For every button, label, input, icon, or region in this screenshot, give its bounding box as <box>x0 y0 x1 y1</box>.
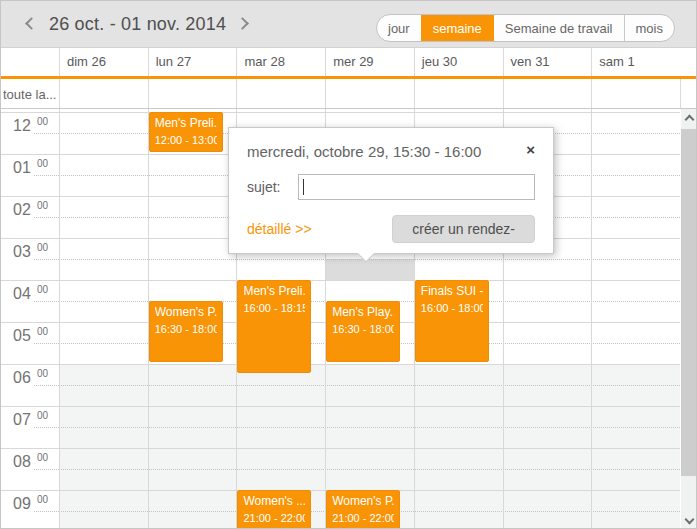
half-hour-line-gutter <box>34 259 59 260</box>
hour-minutes-label: 00 <box>37 284 48 295</box>
event-time: 16:00 - 18:00 <box>421 301 483 315</box>
hour-line <box>1 364 680 365</box>
half-hour-line-gutter <box>34 175 59 176</box>
vertical-scrollbar[interactable] <box>681 109 697 529</box>
hour-line <box>1 280 680 281</box>
close-icon[interactable]: × <box>526 143 535 157</box>
all-day-cell[interactable] <box>325 79 414 108</box>
hour-label: 05 <box>13 327 31 345</box>
hour-label: 08 <box>13 453 31 471</box>
event-title: Men's Preli... <box>243 284 305 299</box>
hour-line <box>1 448 680 449</box>
create-appointment-popup: mercredi, octobre 29, 15:30 - 16:00 × su… <box>228 127 554 254</box>
hour-minutes-label: 00 <box>37 326 48 337</box>
all-day-label: toute la... <box>3 87 56 102</box>
scrollbar-thumb[interactable] <box>681 129 697 476</box>
event[interactable]: Men's Play...16:30 - 18:00 <box>326 301 400 362</box>
view-month-button[interactable]: mois <box>624 15 674 41</box>
event-time: 16:00 - 18:15 <box>243 301 305 315</box>
hour-line <box>1 406 680 407</box>
event-time: 16:30 - 18:00 <box>332 322 394 336</box>
event-title: Women's P... <box>155 305 217 320</box>
scroll-up-button[interactable] <box>681 109 697 126</box>
event-title: Women's ... <box>243 494 305 509</box>
hour-minutes-label: 00 <box>37 410 48 421</box>
all-day-cell[interactable] <box>59 79 148 108</box>
hour-label: 03 <box>13 243 31 261</box>
all-day-row[interactable]: toute la... <box>1 79 696 109</box>
scroll-down-button[interactable] <box>681 513 697 529</box>
half-hour-line-gutter <box>34 469 59 470</box>
event[interactable]: Men's Preli...16:00 - 18:15 <box>237 280 311 373</box>
hour-minutes-label: 00 <box>37 368 48 379</box>
hour-line <box>1 112 680 113</box>
event-title: Finals SUI -... <box>421 284 483 299</box>
selected-time-slot[interactable] <box>326 259 414 280</box>
date-range-title: 26 oct. - 01 nov. 2014 <box>49 14 226 35</box>
day-header-cell[interactable]: mar 28 <box>236 48 325 76</box>
event-title: Men's Play... <box>332 305 394 320</box>
view-week-button[interactable]: semaine <box>421 15 493 41</box>
event-title: Women's P... <box>332 494 394 509</box>
chevron-right-icon <box>236 17 249 30</box>
view-switcher: jour semaine Semaine de travail mois <box>376 14 675 42</box>
chevron-down-icon <box>685 515 695 525</box>
create-appointment-button[interactable]: créer un rendez- <box>392 215 535 243</box>
popup-title: mercredi, octobre 29, 15:30 - 16:00 <box>247 143 481 160</box>
scheduler-toolbar: 26 oct. - 01 nov. 2014 jour semaine Sema… <box>1 1 696 48</box>
all-day-cell[interactable] <box>414 79 503 108</box>
prev-week-button[interactable] <box>21 15 39 33</box>
event[interactable]: Finals SUI -...16:00 - 18:00 <box>415 280 489 362</box>
view-day-button[interactable]: jour <box>377 15 421 41</box>
day-header-cell[interactable]: lun 27 <box>148 48 237 76</box>
half-hour-line <box>59 259 680 260</box>
subject-input[interactable] <box>298 174 535 200</box>
hour-minutes-label: 00 <box>37 116 48 127</box>
hour-label: 07 <box>13 411 31 429</box>
event-time: 16:30 - 18:00 <box>155 322 217 336</box>
column-line <box>59 109 60 529</box>
hour-label: 01 <box>13 159 31 177</box>
column-line <box>591 109 592 529</box>
event-time: 21:00 - 22:00 <box>332 511 394 525</box>
event[interactable]: Women's P...16:30 - 18:00 <box>149 301 223 362</box>
hour-minutes-label: 00 <box>37 200 48 211</box>
hour-label: 02 <box>13 201 31 219</box>
half-hour-line-gutter <box>34 133 59 134</box>
event-title: Men's Preli... <box>155 116 217 131</box>
subject-input-wrap <box>298 174 535 200</box>
hour-label: 09 <box>13 495 31 513</box>
hour-minutes-label: 00 <box>37 452 48 463</box>
event[interactable]: Women's P...21:00 - 22:00 <box>326 490 400 529</box>
day-header-cell[interactable]: mer 29 <box>325 48 414 76</box>
detail-link[interactable]: détaillé >> <box>247 221 312 237</box>
event-time: 12:00 - 13:00 <box>155 133 217 147</box>
day-header-cell[interactable]: jeu 30 <box>414 48 503 76</box>
event[interactable]: Men's Preli...12:00 - 13:00 <box>149 112 223 152</box>
day-header-cell[interactable]: sam 1 <box>591 48 680 76</box>
event[interactable]: Women's ...21:00 - 22:00 <box>237 490 311 529</box>
popup-header: mercredi, octobre 29, 15:30 - 16:00 × <box>247 143 535 160</box>
half-hour-line-gutter <box>34 301 59 302</box>
day-header-row: dim 26lun 27mar 28mer 29jeu 30ven 31sam … <box>1 48 696 76</box>
half-hour-line-gutter <box>34 511 59 512</box>
all-day-cell[interactable] <box>591 79 680 108</box>
event-time: 21:00 - 22:00 <box>243 511 305 525</box>
hour-label: 06 <box>13 369 31 387</box>
all-day-cell[interactable] <box>236 79 325 108</box>
day-header-cell[interactable]: dim 26 <box>59 48 148 76</box>
all-day-cell[interactable] <box>503 79 592 108</box>
chevron-up-icon <box>685 115 695 125</box>
half-hour-line-gutter <box>34 385 59 386</box>
day-header-cell[interactable]: ven 31 <box>503 48 592 76</box>
all-day-cell[interactable] <box>148 79 237 108</box>
hour-label: 12 <box>13 117 31 135</box>
all-day-cell-end <box>680 79 681 108</box>
popup-footer: détaillé >> créer un rendez- <box>247 215 535 243</box>
date-navigation: 26 oct. - 01 nov. 2014 <box>21 1 254 47</box>
next-week-button[interactable] <box>236 15 254 33</box>
half-hour-line-gutter <box>34 427 59 428</box>
half-hour-line <box>59 385 680 386</box>
view-workweek-button[interactable]: Semaine de travail <box>493 15 624 41</box>
chevron-left-icon <box>25 17 38 30</box>
